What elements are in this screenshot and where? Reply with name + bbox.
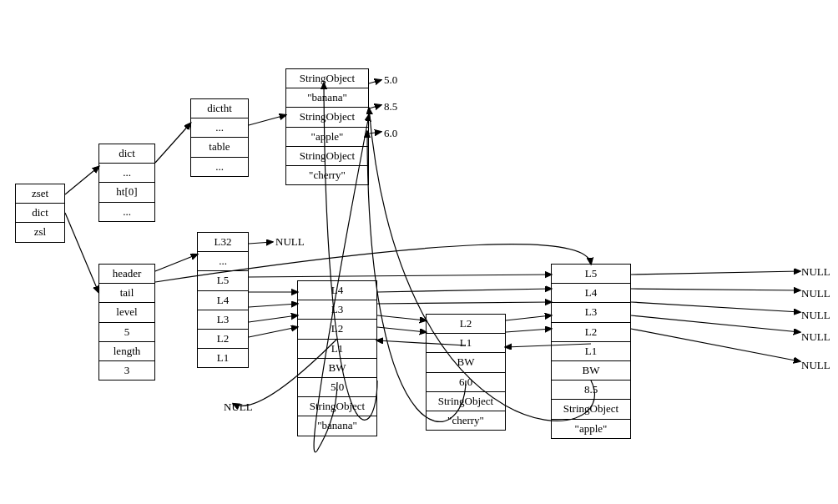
null-right2: NULL [801,287,830,300]
so-banana2: "banana" [286,88,368,108]
zsl-length: length [99,342,154,361]
null-right1: NULL [801,265,830,279]
zsl-row: zsl [16,223,64,241]
svg-line-24 [631,315,800,332]
n3-l3: L3 [552,303,630,322]
svg-line-6 [369,105,381,108]
null-right5: NULL [801,359,830,372]
n2-bw: BW [427,353,505,372]
n2-l1: L1 [427,334,505,353]
so-cherry2: "cherry" [286,166,368,184]
svg-line-25 [631,329,800,361]
svg-line-16 [377,315,426,320]
n1-bw: BW [298,359,376,378]
ht0-dots2: ... [99,203,154,221]
sl-dots: ... [198,252,248,271]
score-85: 8.5 [384,100,397,113]
dictht-label: dictht [191,99,248,118]
n3-l4: L4 [552,284,630,303]
zsl-tail: tail [99,284,154,303]
zsl-length-val: 3 [99,361,154,380]
svg-line-10 [249,275,551,277]
svg-line-20 [506,329,551,332]
n1-l1: L1 [298,340,376,359]
n1-score: 5.0 [298,378,376,397]
svg-line-17 [506,315,551,320]
svg-line-4 [249,115,285,125]
n1-l3: L3 [298,300,376,320]
sl-l32: L32 [198,233,248,252]
sl-l2: L2 [198,330,248,349]
sl-l3: L3 [198,310,248,330]
svg-line-22 [631,289,800,290]
n2-so1: StringObject [427,392,505,411]
svg-line-1 [65,167,98,194]
n1-so2: "banana" [298,416,376,435]
n3-l5: L5 [552,265,630,284]
n3-so1: StringObject [552,400,630,419]
svg-line-12 [377,289,551,292]
dict-row: dict [16,204,64,223]
n3-bw: BW [552,361,630,381]
svg-line-3 [155,123,190,163]
svg-line-23 [631,302,800,312]
score-60: 6.0 [384,127,397,140]
arrows-svg [0,0,838,504]
n1-l2: L2 [298,320,376,339]
null-l32: NULL [275,235,305,249]
svg-line-5 [369,80,381,83]
svg-line-8 [155,255,197,271]
dictht-dots: ... [191,118,248,138]
n2-so2: "cherry" [427,411,505,430]
sl-l5: L5 [198,271,248,290]
so-cherry1: StringObject [286,147,368,166]
n1-l4: L4 [298,281,376,300]
zsl-header: header [99,265,154,284]
zset-row: zset [16,184,64,204]
score-50: 5.0 [384,73,397,87]
node1-box: L4 L3 L2 L1 BW 5.0 StringObject "banana" [297,280,377,436]
ht0-dots: ... [99,164,154,183]
n3-l1: L1 [552,342,630,361]
svg-line-7 [369,132,381,134]
n3-so2: "apple" [552,420,630,438]
node2-box: L2 L1 BW 6.0 StringObject "cherry" [426,314,506,431]
n3-l2: L2 [552,323,630,342]
null-right4: NULL [801,330,830,344]
zsl-level-val: 5 [99,323,154,342]
svg-line-14 [377,302,551,304]
skiplist-header-box: L32 ... L5 L4 L3 L2 L1 [197,232,249,368]
n1-so1: StringObject [298,397,376,416]
node3-box: L5 L4 L3 L2 L1 BW 8.5 StringObject "appl… [551,264,631,439]
n3-score: 8.5 [552,381,630,400]
svg-line-18 [249,327,297,337]
n2-l2: L2 [427,315,505,334]
null-bottom: NULL [224,401,253,414]
so-apple2: "apple" [286,128,368,147]
svg-line-19 [377,327,426,332]
sl-l1: L1 [198,349,248,367]
sl-l4: L4 [198,291,248,310]
dictht-dots2: ... [191,158,248,176]
zsl-level: level [99,303,154,322]
svg-line-9 [249,242,272,244]
null-right3: NULL [801,309,830,322]
n2-score: 6.0 [427,373,505,392]
svg-line-15 [249,315,297,322]
dictht-table: table [191,138,248,157]
diagram: zset dict zsl dict ... ht[0] ... dictht … [0,0,838,504]
so-banana1: StringObject [286,69,368,88]
string-objects-box: StringObject "banana" StringObject "appl… [285,68,369,185]
svg-line-21 [631,271,800,275]
dictht-box: dictht ... table ... [190,98,249,177]
svg-line-2 [65,213,98,292]
ht0-box: dict ... ht[0] ... [98,144,155,222]
svg-line-13 [249,304,297,307]
ht0-ht: ht[0] [99,183,154,202]
ht0-dict: dict [99,144,154,164]
zset-box: zset dict zsl [15,184,65,243]
zsl-box: header tail level 5 length 3 [98,264,155,381]
so-apple1: StringObject [286,108,368,127]
